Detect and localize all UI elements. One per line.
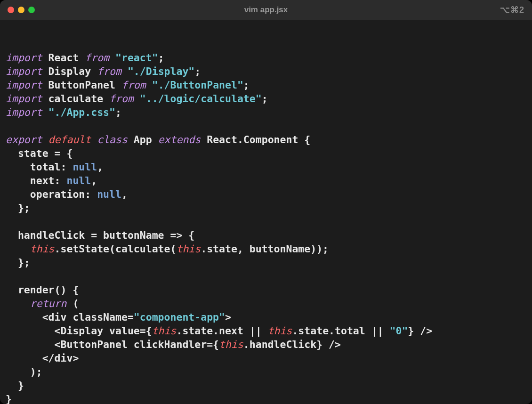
code-line: <Display value={this.state.next || this.… bbox=[6, 324, 526, 338]
code-line: }; bbox=[6, 201, 526, 215]
code-line: ); bbox=[6, 365, 526, 379]
code-line: total: null, bbox=[6, 160, 526, 174]
code-line: return ( bbox=[6, 297, 526, 310]
code-line: </div> bbox=[6, 351, 526, 365]
maximize-button[interactable] bbox=[28, 7, 35, 13]
code-line: import calculate from "../logic/calculat… bbox=[6, 92, 526, 105]
code-line: import "./App.css"; bbox=[6, 105, 526, 119]
code-line: render() { bbox=[6, 283, 526, 297]
code-line: import Display from "./Display"; bbox=[6, 65, 526, 78]
editor-view[interactable]: import React from "react";import Display… bbox=[0, 20, 532, 404]
close-button[interactable] bbox=[8, 7, 14, 13]
code-line: import React from "react"; bbox=[6, 51, 526, 65]
code-line: operation: null, bbox=[6, 187, 526, 201]
minimize-button[interactable] bbox=[18, 7, 24, 13]
code-line bbox=[6, 119, 526, 133]
code-line bbox=[6, 215, 526, 228]
code-line: next: null, bbox=[6, 174, 526, 187]
code-line: this.setState(calculate(this.state, butt… bbox=[6, 242, 526, 256]
code-line: state = { bbox=[6, 146, 526, 160]
code-line: export default class App extends React.C… bbox=[6, 133, 526, 146]
code-line: import ButtonPanel from "./ButtonPanel"; bbox=[6, 78, 526, 92]
traffic-lights bbox=[8, 7, 35, 13]
code-content: import React from "react";import Display… bbox=[6, 51, 526, 404]
shortcut-label: ⌥⌘2 bbox=[500, 5, 524, 15]
code-line: <ButtonPanel clickHandler={this.handleCl… bbox=[6, 338, 526, 351]
code-line: handleClick = buttonName => { bbox=[6, 228, 526, 242]
window-title: vim app.jsx bbox=[0, 5, 532, 15]
terminal-window: vim app.jsx ⌥⌘2 import React from "react… bbox=[0, 0, 532, 404]
code-line: }; bbox=[6, 256, 526, 269]
titlebar: vim app.jsx ⌥⌘2 bbox=[0, 0, 532, 20]
code-line: } bbox=[6, 392, 526, 404]
code-line bbox=[6, 269, 526, 283]
code-line: <div className="component-app"> bbox=[6, 310, 526, 324]
code-line: } bbox=[6, 379, 526, 392]
